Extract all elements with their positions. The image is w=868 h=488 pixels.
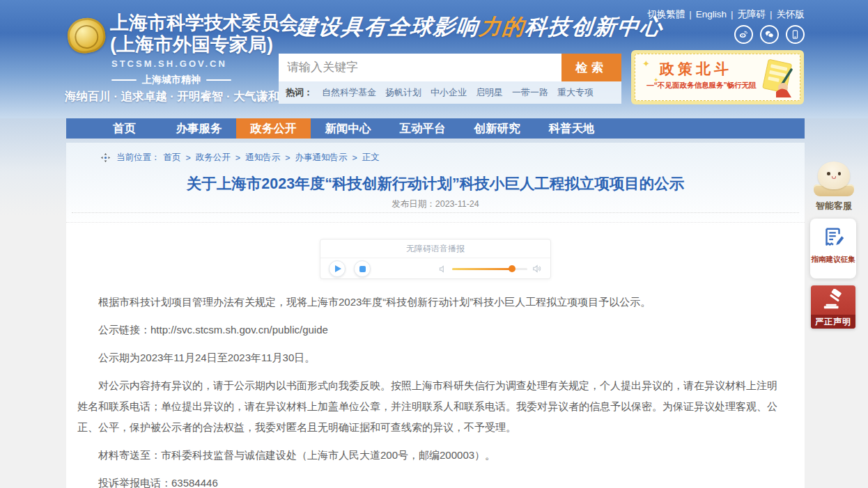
link-care-version[interactable]: 关怀版 (777, 9, 805, 19)
nav-item[interactable]: 办事服务 (162, 118, 236, 139)
site-title: 上海市科学技术委员会 (上海市外国专家局) (110, 13, 298, 56)
hot-word[interactable]: 一带一路 (512, 86, 548, 99)
link-traditional-chinese[interactable]: 切换繁體 (647, 9, 685, 19)
link-accessibility[interactable]: 无障碍 (737, 9, 766, 19)
volume-thumb[interactable] (509, 265, 516, 272)
article-body: 根据市科技计划项目管理办法有关规定，现将上海市2023年度“科技创新行动计划”科… (77, 292, 786, 488)
page-title: 关于上海市2023年度“科技创新行动计划”科技小巨人工程拟立项项目的公示 (94, 173, 777, 194)
social-icons (734, 25, 805, 44)
city-spirit-motto: 海纳百川 · 追求卓越 · 开明睿智 · 大气谦和 (60, 89, 284, 104)
paragraph: 投诉举报电话：63584446 (77, 473, 786, 488)
stop-button[interactable] (354, 260, 371, 277)
weibo-icon[interactable] (734, 25, 753, 44)
document-pen-icon (820, 225, 846, 251)
smart-customer-service-widget[interactable]: 智能客服 (808, 162, 860, 212)
hot-words-row: 热词： 自然科学基金 扬帆计划 中小企业 启明星 一带一路 重大专项 (279, 81, 621, 104)
audio-player-title: 无障碍语音播报 (320, 239, 550, 258)
gavel-icon (821, 289, 845, 311)
writing-hand-illustration (755, 57, 798, 97)
breadcrumb-home[interactable]: 首页 (164, 152, 181, 164)
hot-word[interactable]: 中小企业 (431, 86, 467, 99)
content-area: 当前位置： 首页 > 政务公开 > 通知告示 > 办事通知告示 > 正文 关于上… (66, 143, 805, 488)
hot-word[interactable]: 重大专项 (557, 86, 594, 99)
paragraph: 根据市科技计划项目管理办法有关规定，现将上海市2023年度“科技创新行动计划”科… (77, 292, 786, 313)
hot-word[interactable]: 启明星 (476, 86, 503, 99)
paragraph: 对公示内容持有异议的，请于公示期内以书面形式向我委反映。按照上海市科研失信行为调… (77, 375, 786, 438)
banner-title: 政策北斗 (635, 59, 757, 79)
main-nav: 首页 办事服务 政务公开 新闻中心 互动平台 创新研究 科普天地 (66, 118, 805, 139)
volume-high-icon (532, 264, 542, 274)
breadcrumb: 当前位置： 首页 > 政务公开 > 通知告示 > 办事通知告示 > 正文 (101, 152, 380, 164)
paragraph: 材料寄送至：市科委科技监督与诚信建设处（上海市人民大道200号，邮编200003… (77, 445, 786, 466)
nav-item[interactable]: 新闻中心 (311, 118, 385, 139)
city-spirit-label: 上海城市精神 (66, 74, 277, 86)
nav-item[interactable]: 互动平台 (385, 118, 460, 139)
decorative-line (111, 79, 137, 81)
hot-words-label: 热词： (286, 86, 313, 99)
breadcrumb-current: 正文 (362, 152, 380, 164)
site-domain: STCSM.SH.GOV.CN (111, 58, 227, 69)
banner-subtitle: —“不见面政务信息服务”畅行无阻 (637, 81, 766, 90)
search-panel: 检索 热词： 自然科学基金 扬帆计划 中小企业 启明星 一带一路 重大专项 (279, 54, 621, 104)
org-name-line1: 上海市科学技术委员会 (110, 13, 298, 34)
nav-item[interactable]: 科普天地 (534, 118, 609, 139)
hot-word[interactable]: 扬帆计划 (385, 86, 421, 99)
header-slogan: 建设具有全球影响力的科技创新中心 (294, 13, 673, 42)
breadcrumb-gov-info[interactable]: 政务公开 (196, 152, 231, 164)
wechat-icon[interactable] (760, 25, 779, 44)
volume-fill (452, 268, 512, 270)
mobile-icon[interactable] (786, 25, 805, 44)
hot-word[interactable]: 自然科学基金 (322, 86, 376, 99)
volume-slider[interactable] (452, 268, 527, 270)
search-input[interactable] (279, 54, 561, 81)
search-button[interactable]: 检索 (561, 54, 621, 81)
solemn-statement-label: 严正声明 (811, 315, 855, 329)
org-name-line2: (上海市外国专家局) (110, 34, 298, 56)
nav-item[interactable]: 创新研究 (460, 118, 534, 139)
volume-low-icon (438, 265, 447, 274)
location-icon (101, 153, 110, 162)
breadcrumb-label: 当前位置： (116, 152, 160, 164)
paragraph: 公示期为2023年11月24日至2023年11月30日。 (77, 347, 786, 368)
utility-links: 切换繁體|English|无障碍|关怀版 (647, 8, 805, 21)
nav-item[interactable]: 政务公开 (236, 118, 311, 139)
solemn-statement-widget[interactable]: 严正声明 (811, 285, 855, 329)
policy-beidou-banner[interactable]: ✦ ✦ 政策北斗 —“不见面政务信息服务”畅行无阻 (631, 50, 804, 104)
audio-player: 无障碍语音播报 (320, 239, 551, 279)
guide-suggestion-widget[interactable]: 指南建议征集 (810, 219, 856, 278)
breadcrumb-notices[interactable]: 通知告示 (245, 152, 280, 164)
nav-item[interactable]: 首页 (87, 118, 162, 139)
paragraph: 公示链接：http://svc.stcsm.sh.gov.cn/public/g… (77, 320, 786, 340)
decorative-line (206, 79, 231, 81)
mascot-icon (818, 162, 850, 189)
play-button[interactable] (329, 260, 346, 277)
publish-date: 发布日期：2023-11-24 (66, 198, 805, 210)
breadcrumb-service-notices[interactable]: 办事通知告示 (295, 152, 347, 164)
divider (72, 212, 799, 213)
link-english[interactable]: English (696, 9, 727, 19)
divider (66, 222, 805, 223)
stop-icon (359, 266, 366, 272)
play-icon (335, 265, 341, 272)
guide-suggestion-label: 指南建议征集 (812, 255, 855, 265)
customer-service-label: 智能客服 (808, 200, 860, 212)
